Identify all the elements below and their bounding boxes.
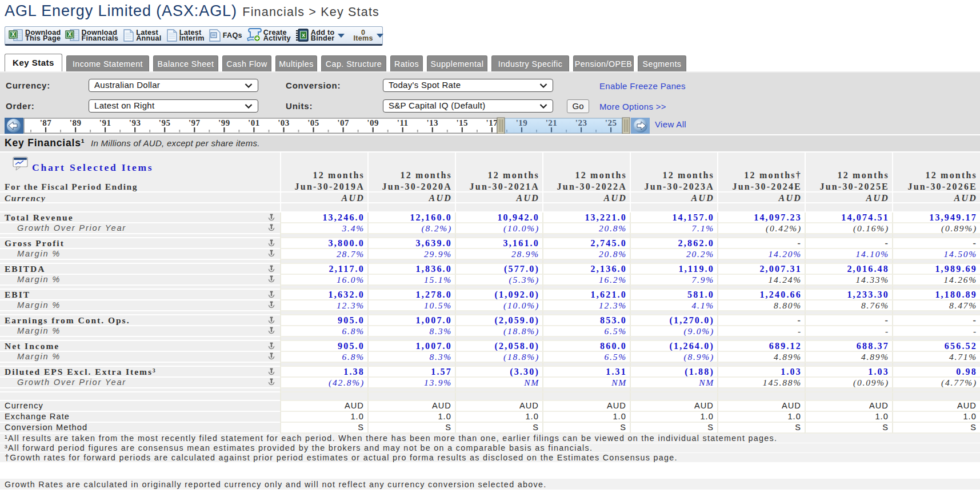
svg-text:'91: '91 [99, 118, 111, 127]
svg-text:X: X [11, 31, 15, 38]
svg-text:X: X [67, 31, 71, 38]
svg-text:'15: '15 [456, 118, 468, 127]
svg-text:'19: '19 [516, 118, 528, 127]
svg-text:'11: '11 [397, 118, 409, 127]
svg-text:'09: '09 [367, 118, 379, 127]
svg-text:'87: '87 [40, 118, 52, 127]
svg-text:'95: '95 [159, 118, 171, 127]
svg-text:'17: '17 [486, 118, 498, 127]
svg-text:'99: '99 [218, 118, 230, 127]
svg-text:'21: '21 [546, 118, 558, 127]
svg-text:X: X [302, 33, 305, 38]
svg-text:'07: '07 [337, 118, 349, 127]
svg-text:'13: '13 [426, 118, 438, 127]
svg-text:'97: '97 [189, 118, 201, 127]
svg-text:'23: '23 [575, 118, 587, 127]
svg-text:'03: '03 [278, 118, 290, 127]
svg-text:'93: '93 [129, 118, 141, 127]
svg-text:'05: '05 [307, 118, 319, 127]
svg-text:'89: '89 [70, 118, 82, 127]
svg-text:'01: '01 [248, 118, 260, 127]
svg-text:'25: '25 [605, 118, 617, 127]
